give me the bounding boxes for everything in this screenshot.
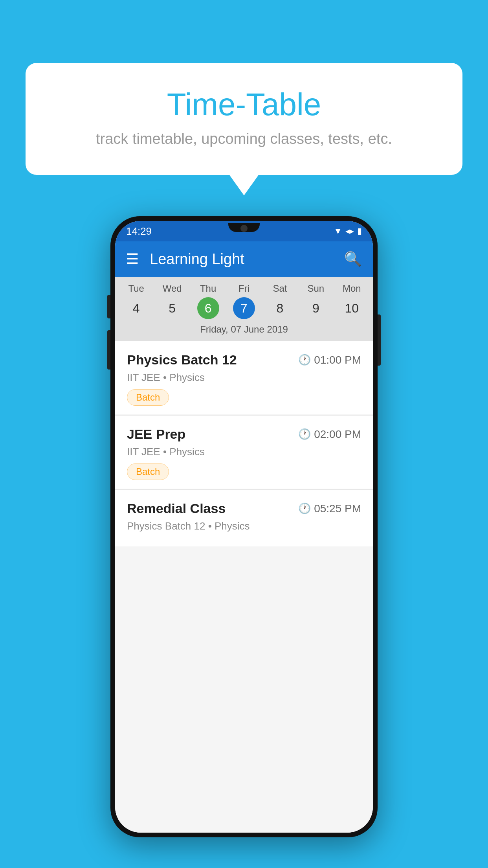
selected-date-label: Friday, 07 June 2019: [115, 319, 373, 341]
day-6-today[interactable]: 6: [197, 297, 219, 319]
schedule-item-3-subtitle: Physics Batch 12 • Physics: [127, 520, 361, 532]
day-4[interactable]: 4: [118, 297, 154, 319]
schedule-item-3-title: Remedial Class: [127, 501, 226, 516]
schedule-item-1-tag: Batch: [127, 389, 169, 406]
schedule-item-1-subtitle: IIT JEE • Physics: [127, 371, 361, 384]
day-5[interactable]: 5: [154, 297, 190, 319]
schedule-item-3[interactable]: Remedial Class 🕐 05:25 PM Physics Batch …: [115, 490, 373, 546]
clock-icon-3: 🕐: [298, 502, 311, 515]
day-numbers: 4 5 6 7 8 9 10: [115, 297, 373, 319]
battery-icon: ▮: [357, 226, 362, 236]
schedule-item-3-time: 🕐 05:25 PM: [298, 502, 361, 515]
phone-camera: [240, 225, 248, 232]
day-name-sun[interactable]: Sun: [298, 283, 334, 297]
status-time: 14:29: [126, 225, 152, 237]
schedule-item-2-subtitle: IIT JEE • Physics: [127, 446, 361, 458]
day-name-tue[interactable]: Tue: [118, 283, 154, 297]
day-name-fri[interactable]: Fri: [226, 283, 262, 297]
schedule-item-3-header: Remedial Class 🕐 05:25 PM: [127, 501, 361, 516]
day-name-thu[interactable]: Thu: [190, 283, 226, 297]
hamburger-icon[interactable]: ☰: [126, 251, 139, 267]
schedule-item-2-title: JEE Prep: [127, 427, 185, 442]
schedule-item-2[interactable]: JEE Prep 🕐 02:00 PM IIT JEE • Physics Ba…: [115, 416, 373, 489]
phone-screen: 14:29 ▼ ◂▸ ▮ ☰ Learning Light 🔍 Tue Wed …: [115, 221, 373, 833]
schedule-item-2-tag: Batch: [127, 463, 169, 480]
day-9[interactable]: 9: [298, 297, 334, 319]
schedule-item-1-time-label: 01:00 PM: [314, 354, 361, 366]
day-names: Tue Wed Thu Fri Sat Sun Mon: [115, 283, 373, 297]
signal-icon: ◂▸: [345, 226, 354, 236]
day-name-mon[interactable]: Mon: [334, 283, 370, 297]
day-8[interactable]: 8: [262, 297, 298, 319]
phone-button-left-top: [107, 295, 110, 318]
schedule-item-1-header: Physics Batch 12 🕐 01:00 PM: [127, 352, 361, 368]
day-7-selected[interactable]: 7: [233, 297, 255, 319]
card-subtitle: track timetable, upcoming classes, tests…: [45, 131, 443, 147]
phone-frame: 14:29 ▼ ◂▸ ▮ ☰ Learning Light 🔍 Tue Wed …: [110, 216, 378, 837]
schedule-item-1[interactable]: Physics Batch 12 🕐 01:00 PM IIT JEE • Ph…: [115, 341, 373, 414]
schedule-item-2-header: JEE Prep 🕐 02:00 PM: [127, 427, 361, 442]
schedule-item-3-time-label: 05:25 PM: [314, 502, 361, 515]
clock-icon-2: 🕐: [298, 428, 311, 440]
day-10[interactable]: 10: [334, 297, 370, 319]
schedule-item-1-title: Physics Batch 12: [127, 352, 237, 368]
card-title: Time-Table: [45, 86, 443, 123]
wifi-icon: ▼: [334, 226, 342, 236]
app-title: Learning Light: [150, 251, 344, 268]
phone-button-right: [378, 314, 381, 366]
schedule-item-2-time-label: 02:00 PM: [314, 428, 361, 441]
search-icon[interactable]: 🔍: [344, 251, 362, 267]
info-card: Time-Table track timetable, upcoming cla…: [26, 63, 462, 175]
day-name-wed[interactable]: Wed: [154, 283, 190, 297]
calendar-strip: Tue Wed Thu Fri Sat Sun Mon 4 5 6 7 8 9 …: [115, 277, 373, 341]
schedule-list: Physics Batch 12 🕐 01:00 PM IIT JEE • Ph…: [115, 341, 373, 833]
app-bar: ☰ Learning Light 🔍: [115, 241, 373, 277]
status-icons: ▼ ◂▸ ▮: [334, 226, 362, 236]
phone-button-left-bottom: [107, 330, 110, 370]
day-name-sat[interactable]: Sat: [262, 283, 298, 297]
clock-icon-1: 🕐: [298, 354, 311, 366]
schedule-item-1-time: 🕐 01:00 PM: [298, 354, 361, 366]
schedule-item-2-time: 🕐 02:00 PM: [298, 428, 361, 441]
